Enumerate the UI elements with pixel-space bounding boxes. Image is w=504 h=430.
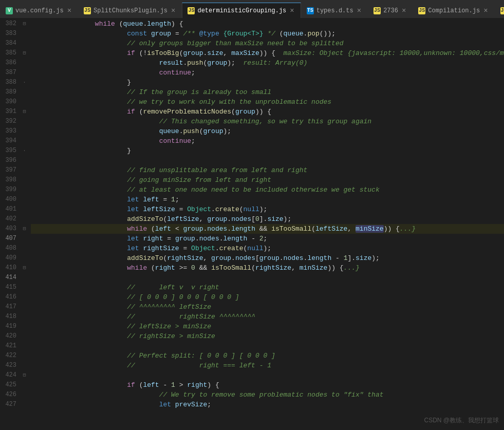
line-393: queue.push(group); bbox=[31, 126, 504, 136]
tab-icon-split: JS bbox=[84, 7, 91, 14]
line-387: continue; bbox=[31, 68, 504, 78]
tab-close-vue[interactable]: × bbox=[66, 7, 72, 14]
tab-types[interactable]: TS types.d.ts × bbox=[301, 3, 368, 18]
line-427: let prevSize; bbox=[31, 400, 504, 409]
tab-close-comp[interactable]: × bbox=[482, 7, 489, 14]
line-400: let left = 1; bbox=[31, 195, 504, 204]
line-385: if (!isTooBig(group.size, maxSize)) { ma… bbox=[31, 48, 504, 58]
line-418: // rightSize ^^^^^^^^^ bbox=[31, 312, 504, 322]
tab-compilation[interactable]: JS Compilation.js × bbox=[413, 3, 494, 18]
line-415: // left v v right bbox=[31, 283, 504, 292]
line-403: while (left < group.nodes.length && isTo… bbox=[31, 224, 504, 234]
tab-icon-types: TS bbox=[307, 7, 314, 14]
line-416: // [ 0 0 0 ] 0 0 0 [ 0 0 0 ] bbox=[31, 292, 504, 302]
line-392: // This changed something, so we try thi… bbox=[31, 117, 504, 126]
line-422: // Perfect split: [ 0 0 0 ] [ 0 0 0 ] bbox=[31, 351, 504, 361]
line-390: // we try to work only with the unproble… bbox=[31, 97, 504, 107]
tab-split-chunks[interactable]: JS SplitChunksPlugin.js × bbox=[78, 3, 182, 18]
line-420: // rightSize > minSize bbox=[31, 331, 504, 341]
tab-icon-hook: JS bbox=[500, 7, 504, 14]
line-396 bbox=[31, 156, 504, 165]
line-numbers: 382 383 384 385 386 387 388 389 390 391 … bbox=[0, 18, 21, 430]
tab-close-types[interactable]: × bbox=[356, 7, 362, 14]
line-423: // right === left - 1 bbox=[31, 361, 504, 370]
line-391: if (removeProblematicNodes(group)) { bbox=[31, 107, 504, 117]
tab-icon-vue: V bbox=[6, 7, 13, 14]
line-397: // find unsplittable area from left and … bbox=[31, 165, 504, 175]
tab-close-split[interactable]: × bbox=[170, 7, 176, 14]
line-382: while (queue.length) { bbox=[31, 19, 504, 29]
line-383: const group = /** @type {Group<T>} */ (q… bbox=[31, 29, 504, 39]
tab-bar: V vue.config.js × JS SplitChunksPlugin.j… bbox=[0, 0, 504, 18]
line-407: let right = group.nodes.length - 2; bbox=[31, 234, 504, 244]
line-389: // If the group is already too small bbox=[31, 87, 504, 97]
editor-area: 382 383 384 385 386 387 388 389 390 391 … bbox=[0, 18, 504, 430]
line-384: // only groups bigger than maxSize need … bbox=[31, 39, 504, 48]
line-410: while (right >= 0 && isTooSmall(rightSiz… bbox=[31, 263, 504, 273]
line-409: addSizeTo(rightSize, group.nodes[group.n… bbox=[31, 253, 504, 263]
watermark: CSDN @教练、我想打篮球 bbox=[424, 416, 499, 425]
tab-deterministic[interactable]: JS deterministicGrouping.js × bbox=[182, 3, 301, 18]
line-394: continue; bbox=[31, 136, 504, 146]
tab-hookwebpack[interactable]: JS HookWebpackError.js × bbox=[495, 3, 504, 18]
line-398: // going minSize from left and right bbox=[31, 175, 504, 185]
line-421 bbox=[31, 341, 504, 351]
line-399: // at least one node need to be included… bbox=[31, 185, 504, 195]
tab-icon-2736: JS bbox=[374, 7, 381, 14]
line-402: addSizeTo(leftSize, group.nodes[0].size)… bbox=[31, 214, 504, 224]
line-388: } bbox=[31, 78, 504, 87]
tab-icon-det: JS bbox=[188, 7, 195, 14]
line-414 bbox=[31, 273, 504, 283]
line-417: // ^^^^^^^^^ leftSize bbox=[31, 302, 504, 312]
line-424 bbox=[31, 370, 504, 380]
line-425: if (left - 1 > right) { bbox=[31, 380, 504, 390]
tab-close-det[interactable]: × bbox=[289, 7, 295, 14]
tab-icon-comp: JS bbox=[418, 7, 425, 14]
line-426: // We try to remove some problematic nod… bbox=[31, 390, 504, 400]
line-386: result.push(group); result: Array(0) bbox=[31, 58, 504, 68]
line-419: // leftSize > minSize bbox=[31, 322, 504, 331]
tab-2736[interactable]: JS 2736 × bbox=[368, 3, 413, 18]
line-401: let leftSize = Object.create(null); bbox=[31, 204, 504, 214]
tab-vue-config[interactable]: V vue.config.js × bbox=[0, 3, 78, 18]
code-content[interactable]: while (queue.length) { const group = /**… bbox=[28, 18, 504, 430]
fold-column: ⊟ ⊟ · ⊟ · ⊟ ⊟ ⊟ bbox=[21, 18, 28, 430]
line-395: } bbox=[31, 146, 504, 156]
line-408: let rightSize = Object.create(null); bbox=[31, 244, 504, 253]
tab-close-2736[interactable]: × bbox=[401, 7, 407, 14]
